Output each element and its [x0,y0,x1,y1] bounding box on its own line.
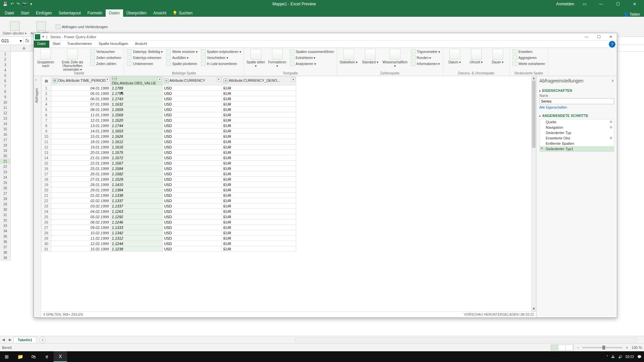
cell-time-period[interactable]: 21.01.1999 [51,155,110,161]
rename-button[interactable]: Umbenennen [126,61,163,66]
cell-time-period[interactable]: 01.02.1999 [51,193,110,198]
cell-obs-value[interactable]: 1.1337 [110,203,163,209]
scientific-button[interactable]: Wissenschaftlich ▾ [382,49,408,68]
extract-values-button[interactable]: Werte extrahieren [512,61,546,66]
transpose-button[interactable]: Vertauschen [90,49,122,54]
cell-time-period[interactable]: 29.01.1999 [51,187,110,193]
row-header[interactable]: 3 [0,62,11,68]
row-number[interactable]: 10 [42,134,51,139]
tray-clock[interactable]: 03:22 [626,355,634,359]
cell-currency-denom[interactable]: EUR [222,225,296,230]
cell-currency[interactable]: USD [163,139,222,144]
cell-currency[interactable]: USD [163,187,222,193]
replace-values-button[interactable]: Werte ersetzen ▾ [165,49,198,54]
cell-obs-value[interactable]: 1.1292 [110,214,163,220]
cell-currency-denom[interactable]: EUR [222,241,296,246]
sheet-nav-prev[interactable]: ◀ [2,338,5,342]
cell-currency[interactable]: USD [163,166,222,171]
redo-icon[interactable]: ↷ [16,2,20,6]
table-row[interactable]: 813.01.19991.1744USDEUR [42,123,296,128]
table-row[interactable]: 1015.01.19991.1626USDEUR [42,134,296,139]
row-header[interactable]: 35 [0,234,11,239]
cell-obs-value[interactable]: 1.1575 [110,150,163,155]
to-list-button[interactable]: In Liste konvertieren [200,61,242,66]
row-number[interactable]: 7 [42,118,51,123]
cell-currency[interactable]: USD [163,123,222,128]
table-row[interactable]: 1928.01.19991.1410USDEUR [42,182,296,187]
cell-currency-denom[interactable]: EUR [222,155,296,161]
row-number[interactable]: 25 [42,214,51,220]
cell-currency-denom[interactable]: EUR [222,187,296,193]
cell-time-period[interactable]: 12.02.1999 [51,241,110,246]
cell-obs-value[interactable]: 1.1632 [110,102,163,107]
cell-currency-denom[interactable]: EUR [222,107,296,112]
start-button[interactable]: ⊞ [0,351,13,362]
cell-time-period[interactable]: 22.01.1999 [51,161,110,166]
standard-button[interactable]: Standard ▾ [361,49,380,64]
cell-obs-value[interactable]: 1.1616 [110,144,163,150]
table-row[interactable]: 2404.02.19991.1263USDEUR [42,209,296,214]
row-number[interactable]: 30 [42,241,51,246]
cell-obs-value[interactable]: 1.1584 [110,166,163,171]
cell-time-period[interactable]: 07.01.1999 [51,102,110,107]
tell-me-search[interactable]: 💡 Suchen [170,9,195,17]
row-number[interactable]: 19 [42,182,51,187]
table-row[interactable]: 1726.01.19991.1582USDEUR [42,171,296,177]
cell-time-period[interactable]: 04.01.1999 [51,85,110,91]
col-header-currency-denom[interactable]: AAttribute:CURRENCY_DENO...▾ [222,76,296,85]
close-button[interactable]: ✕ [628,2,641,6]
row-number[interactable]: 23 [42,203,51,209]
scroll-down-icon[interactable]: ▾ [532,307,536,311]
query-name-input[interactable] [539,98,614,104]
pagebreak-view-icon[interactable] [566,345,573,350]
cell-time-period[interactable]: 14.01.1999 [51,128,110,134]
excel-taskbar-icon[interactable]: X [54,351,67,362]
cell-obs-value[interactable]: 1.1572 [110,155,163,161]
datatype-dropdown[interactable]: Datentyp: Beliebig ▾ [126,49,163,54]
pq-tab-addcolumn[interactable]: Spalte hinzufügen [95,41,131,48]
row-header[interactable]: 30 [0,207,11,213]
use-first-row-button[interactable]: Erste Zeile als Überschriften verwenden … [57,49,88,71]
cell-currency-denom[interactable]: EUR [222,123,296,128]
cell-time-period[interactable]: 08.01.1999 [51,107,110,112]
get-data-button[interactable]: Daten abrufen ▾ [3,18,26,35]
table-row[interactable]: 2029.01.19991.1384USDEUR [42,187,296,193]
row-number[interactable]: 26 [42,220,51,225]
move-button[interactable]: Verschieben ▾ [200,55,242,60]
row-number[interactable]: 6 [42,112,51,118]
share-button[interactable]: 👤 Teilen [624,12,640,17]
zoom-level[interactable]: 100 % [632,346,642,350]
applied-step[interactable]: Geänderter Typ1 [540,146,614,152]
row-number[interactable]: 20 [42,187,51,193]
row-header[interactable]: 29 [0,202,11,207]
cell-obs-value[interactable]: 1.1337 [110,198,163,203]
row-number[interactable]: 8 [42,123,51,128]
cell-currency-denom[interactable]: EUR [222,193,296,198]
signin-link[interactable]: Anmelden [556,2,574,6]
cell-obs-value[interactable]: 1.1244 [110,241,163,246]
row-header[interactable]: 36 [0,239,11,245]
row-header[interactable]: 9 [0,95,11,100]
cell-obs-value[interactable]: 1.1312 [110,236,163,241]
applied-step[interactable]: Quelle⚙ [540,119,614,125]
row-number[interactable]: 17 [42,171,51,177]
cell-obs-value[interactable]: 1.1338 [110,193,163,198]
cell-currency-denom[interactable]: EUR [222,230,296,236]
row-number[interactable]: 4 [42,102,51,107]
cell-currency-denom[interactable]: EUR [222,166,296,171]
row-header[interactable]: 39 [0,255,11,261]
row-number[interactable]: 21 [42,193,51,198]
row-header[interactable]: 31 [0,213,11,218]
cell-currency-denom[interactable]: EUR [222,144,296,150]
cell-time-period[interactable]: 20.01.1999 [51,150,110,155]
table-row[interactable]: 1625.01.19991.1584USDEUR [42,166,296,171]
expand-button[interactable]: Erweitern [512,49,546,54]
table-row[interactable]: 104.01.19991.1789USDEUR [42,85,296,91]
sheet-nav-next[interactable]: ▶ [9,338,11,342]
cell-time-period[interactable]: 04.02.1999 [51,209,110,214]
aggregate-button[interactable]: Aggregieren [512,55,546,60]
pq-minimize-button[interactable]: — [581,35,593,39]
pivot-column-button[interactable]: Spalte pivotieren [165,61,198,66]
cell-currency[interactable]: USD [163,241,222,246]
tray-notifications-icon[interactable]: 💬 [637,355,641,359]
